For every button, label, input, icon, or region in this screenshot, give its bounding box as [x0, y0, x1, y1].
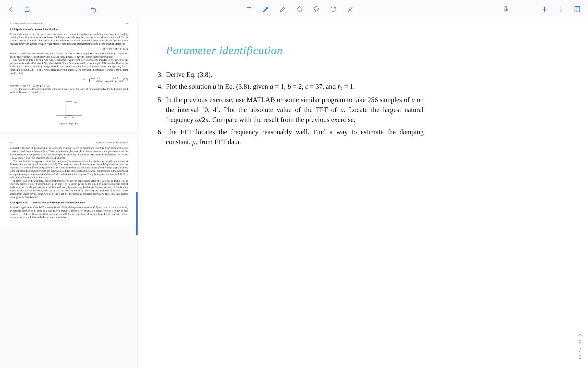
problem-number: 3. [153, 70, 163, 80]
thumbnail-page-144[interactable]: 144 Chapter 3 Discrete Fourier Analysis … [0, 137, 138, 225]
back-button[interactable] [6, 5, 15, 14]
section-title: 3.1.5 Application—Parameter Identificati… [10, 28, 128, 31]
thumb-paragraph: As an application of the discrete Fourie… [10, 33, 128, 46]
note-canvas[interactable]: Parameter identification 3. Derive Eq. (… [138, 18, 588, 368]
svg-point-6 [560, 9, 561, 10]
page-up-button[interactable] [577, 332, 583, 339]
thumb-paragraph: As another application of the DFT, we co… [10, 206, 128, 219]
total-pages: 9 [577, 353, 583, 361]
lasso-tool-button[interactable] [312, 5, 321, 14]
page-separator: / [577, 346, 583, 354]
problem-number: 6. [153, 127, 163, 137]
svg-text:−h: −h [64, 117, 66, 119]
text-tool-button[interactable] [244, 5, 254, 14]
undo-button[interactable] [89, 5, 98, 14]
microphone-button[interactable] [501, 5, 510, 14]
problem-number: 5. [153, 95, 163, 105]
equation-number: (3.7) [123, 47, 128, 51]
equation-line: u(t) = { 0 t < 0 [91, 77, 123, 80]
toolbar [0, 0, 588, 18]
more-button[interactable] [556, 5, 566, 14]
problem-text: Derive Eq. (3.8). [166, 71, 212, 78]
running-head: Chapter 3 Discrete Fourier Analysis [95, 141, 128, 144]
shape-tool-button[interactable] [329, 5, 338, 14]
equation-piece: u(t) = [82, 78, 89, 81]
svg-point-1 [314, 6, 318, 10]
page-number: 143 [125, 22, 128, 25]
eraser-tool-button[interactable] [295, 5, 304, 14]
problem-item: 5. In the previous exercise, use MATLAB … [164, 95, 424, 125]
share-button[interactable] [22, 5, 32, 14]
equation-line: (f₀/aω) sin(ωt)e^{−μt} t ≥ 0 [91, 80, 123, 82]
equation-number: (3.8) [123, 78, 128, 81]
problem-item: 6. The FFT locates the frequency reasona… [164, 127, 424, 147]
figure-caption: Figure 8 Graph of fₕ [10, 122, 128, 125]
section-title: 3.1.6 Application—Discretizations of Ord… [10, 201, 128, 204]
svg-text:h: h [72, 117, 73, 119]
highlighter-tool-button[interactable] [278, 5, 287, 14]
svg-point-2 [335, 7, 336, 8]
problem-list: 3. Derive Eq. (3.8). 4. Plot the solutio… [153, 70, 424, 147]
svg-rect-0 [297, 6, 302, 12]
svg-rect-9 [576, 6, 580, 12]
thumbnail-sidebar[interactable]: 3.1 The Discrete Fourier Transform 143 3… [0, 18, 138, 368]
current-page: 8 [577, 339, 583, 346]
thumb-paragraph: where a, b, and c are positive constants… [10, 52, 128, 59]
svg-text:1/2h: 1/2h [74, 101, 77, 103]
handwritten-title: Parameter identification [166, 44, 568, 57]
problem-item: 4. Plot the solution u in Eq. (3.8), giv… [164, 82, 424, 93]
problem-text: In the previous exercise, use MATLAB or … [166, 96, 424, 124]
add-button[interactable] [540, 5, 549, 14]
stamp-tool-button[interactable] [346, 5, 355, 14]
problem-text: Plot the solution u in Eq. (3.8), given … [166, 83, 355, 90]
svg-rect-4 [505, 6, 507, 10]
running-head: 3.1 The Discrete Fourier Transform [10, 22, 42, 25]
problem-number: 4. [153, 82, 163, 92]
thumb-paragraph: where ω = √(4ac − b²) / 2a and μ = b / 2… [10, 84, 128, 88]
pages-panel-button[interactable] [573, 5, 582, 14]
svg-point-5 [560, 6, 561, 7]
figure-graph: 1/2h −h h [54, 96, 84, 119]
thumb-paragraph: One way to do this is to hit a wall with… [10, 58, 128, 75]
thumb-paragraph: The trouble with this approach is that t… [10, 160, 128, 179]
thumb-paragraph: a (discretized) graph of the function u.… [10, 146, 128, 160]
main-area: 3.1 The Discrete Fourier Transform 143 3… [0, 18, 588, 368]
page-navigator: 8 / 9 [577, 332, 583, 361]
thumb-paragraph: In spite of all of the additional factor… [10, 179, 128, 199]
svg-point-7 [560, 11, 561, 12]
problem-text: The FFT locates the frequency reasonably… [166, 128, 424, 146]
pen-tool-button[interactable] [261, 5, 271, 14]
problem-item: 3. Derive Eq. (3.8). [164, 70, 424, 80]
equation: au″ + bu′ + cu = f(t) [103, 47, 123, 51]
thumbnail-page-143[interactable]: 3.1 The Discrete Fourier Transform 143 3… [0, 18, 138, 131]
thumb-paragraph: The idea now is to take measurements of … [10, 88, 128, 94]
page-number: 144 [10, 141, 13, 144]
